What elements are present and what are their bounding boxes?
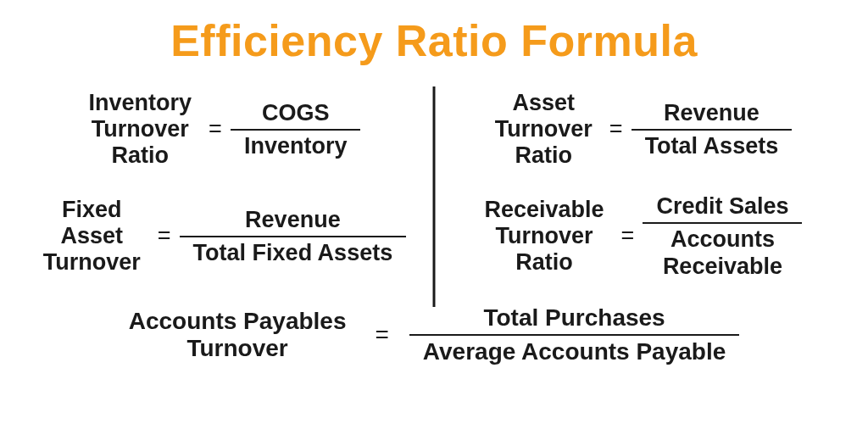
fraction: Revenue Total Fixed Assets — [180, 206, 407, 266]
page-title: Efficiency Ratio Formula — [0, 15, 868, 66]
fraction: Credit Sales Accounts Receivable — [643, 192, 802, 280]
numerator: COGS — [248, 99, 343, 128]
name-line: Turnover — [89, 116, 192, 142]
name-line: Ratio — [495, 142, 593, 169]
denominator: Inventory — [231, 129, 361, 159]
name-line: Ratio — [89, 142, 192, 169]
cell-asset-turnover: Asset Turnover Ratio = Revenue Total Ass… — [434, 90, 834, 169]
vertical-divider — [433, 86, 436, 307]
numerator: Total Purchases — [470, 304, 678, 334]
numerator: Credit Sales — [643, 192, 802, 221]
formula-inventory-turnover: Inventory Turnover Ratio = COGS Inventor… — [89, 90, 361, 169]
formula-asset-turnover: Asset Turnover Ratio = Revenue Total Ass… — [495, 90, 792, 169]
name-line: Inventory — [89, 90, 192, 116]
formula-name: Fixed Asset Turnover — [43, 197, 141, 276]
equals-sign: = — [376, 321, 389, 348]
name-line: Turnover — [485, 223, 604, 249]
formula-accounts-payables-turnover: Accounts Payables Turnover = Total Purch… — [129, 304, 740, 365]
name-line: Turnover — [43, 249, 141, 276]
cell-inventory-turnover: Inventory Turnover Ratio = COGS Inventor… — [34, 90, 434, 169]
row-3: Accounts Payables Turnover = Total Purch… — [34, 304, 834, 365]
equals-sign: = — [621, 223, 635, 249]
cell-fixed-asset-turnover: Fixed Asset Turnover = Revenue Total Fix… — [34, 192, 434, 280]
formula-name: Accounts Payables Turnover — [129, 308, 347, 362]
denominator: Total Fixed Assets — [180, 236, 407, 266]
fraction: Total Purchases Average Accounts Payable — [409, 304, 739, 365]
denominator: Total Assets — [632, 129, 793, 159]
formula-name: Inventory Turnover Ratio — [89, 90, 192, 169]
numerator: Revenue — [650, 99, 773, 128]
cell-receivable-turnover: Receivable Turnover Ratio = Credit Sales… — [434, 192, 834, 280]
formula-name: Asset Turnover Ratio — [495, 90, 593, 169]
denom-line: Receivable — [656, 253, 788, 280]
name-line: Fixed — [43, 197, 141, 223]
name-line: Accounts Payables — [129, 308, 347, 335]
formula-name: Receivable Turnover Ratio — [485, 197, 604, 276]
name-line: Ratio — [485, 249, 604, 276]
name-line: Receivable — [485, 197, 604, 223]
fraction: Revenue Total Assets — [632, 99, 793, 159]
formula-receivable-turnover: Receivable Turnover Ratio = Credit Sales… — [485, 192, 803, 280]
formula-grid: Inventory Turnover Ratio = COGS Inventor… — [0, 90, 868, 366]
denominator: Accounts Receivable — [643, 222, 802, 281]
equals-sign: = — [209, 116, 222, 142]
numerator: Revenue — [231, 206, 354, 235]
denominator: Average Accounts Payable — [409, 334, 739, 366]
name-line: Asset — [43, 223, 141, 249]
formula-fixed-asset-turnover: Fixed Asset Turnover = Revenue Total Fix… — [43, 197, 406, 276]
fraction: COGS Inventory — [231, 99, 361, 159]
name-line: Turnover — [129, 335, 347, 362]
name-line: Turnover — [495, 116, 593, 142]
name-line: Asset — [495, 90, 593, 116]
equals-sign: = — [609, 116, 623, 142]
equals-sign: = — [158, 223, 171, 249]
denom-line: Accounts — [656, 226, 788, 253]
